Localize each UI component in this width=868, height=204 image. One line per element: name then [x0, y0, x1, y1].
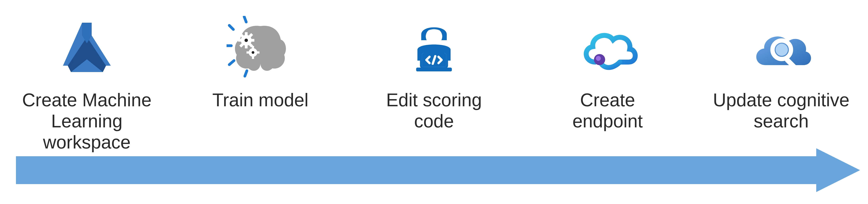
svg-rect-14 — [247, 52, 249, 54]
svg-line-18 — [229, 61, 234, 65]
step-create-ml-workspace: Create MachineLearning workspace — [9, 14, 164, 152]
cloud-search-icon — [745, 14, 817, 86]
step-label: Create MachineLearning workspace — [9, 90, 164, 152]
step-label: Train model — [212, 90, 308, 111]
svg-point-33 — [776, 43, 788, 56]
step-label: Update cognitivesearch — [713, 90, 849, 132]
svg-point-15 — [252, 51, 254, 54]
step-update-cognitive-search: Update cognitivesearch — [704, 14, 859, 132]
step-edit-scoring-code: Edit scoringcode — [356, 14, 512, 132]
ml-flask-icon — [51, 14, 123, 86]
svg-rect-12 — [252, 56, 254, 59]
svg-line-20 — [245, 71, 247, 76]
svg-rect-11 — [252, 46, 254, 49]
step-label: Createendpoint — [572, 90, 643, 132]
flow-arrow — [16, 148, 860, 192]
svg-rect-1 — [245, 32, 248, 36]
svg-point-31 — [596, 56, 601, 61]
svg-line-16 — [229, 26, 233, 30]
brain-gears-icon — [224, 14, 296, 86]
svg-rect-13 — [257, 52, 259, 54]
step-label: Edit scoringcode — [386, 90, 482, 132]
svg-rect-2 — [245, 45, 248, 48]
arrow-shape — [16, 148, 860, 192]
svg-rect-4 — [238, 39, 242, 42]
steps-row: Create MachineLearning workspace — [0, 14, 868, 152]
cloud-endpoint-icon — [572, 14, 644, 86]
svg-rect-3 — [251, 39, 254, 42]
process-flow-diagram: Create MachineLearning workspace — [0, 0, 868, 204]
svg-rect-24 — [416, 68, 452, 71]
step-create-endpoint: Createendpoint — [530, 14, 685, 132]
dev-laptop-icon — [398, 14, 470, 86]
svg-line-19 — [244, 16, 246, 22]
step-train-model: Train model — [183, 14, 338, 111]
svg-point-9 — [245, 39, 248, 42]
